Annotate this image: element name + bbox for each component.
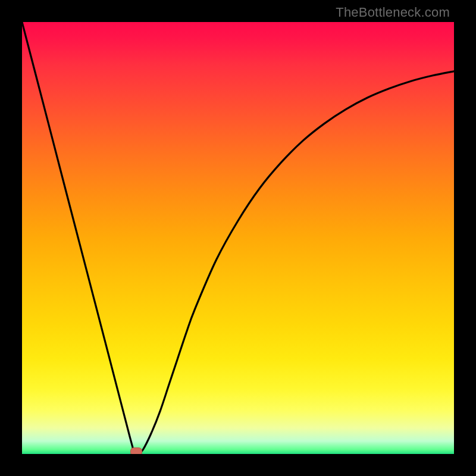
chart-plot-area (22, 22, 454, 454)
watermark-text: TheBottleneck.com (336, 5, 450, 20)
minimum-marker (130, 447, 142, 454)
bottleneck-curve (22, 22, 454, 454)
